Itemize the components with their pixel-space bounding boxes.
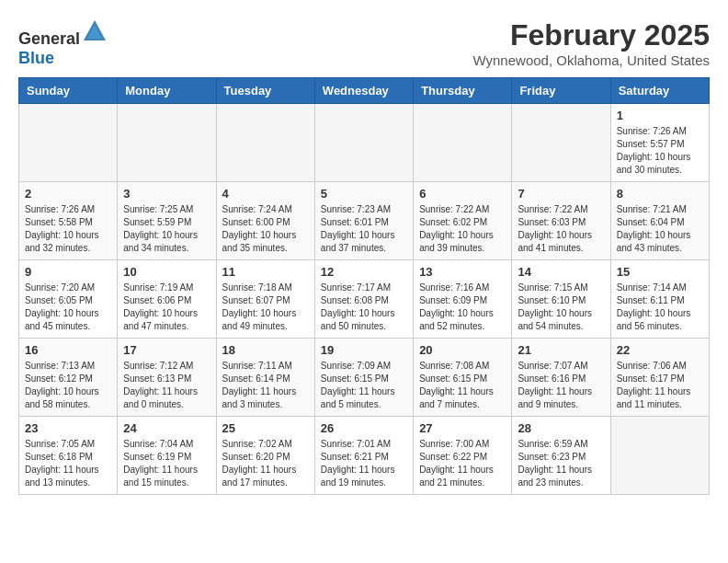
day-number: 8 bbox=[617, 187, 703, 201]
day-number: 5 bbox=[321, 187, 407, 201]
day-info: Sunrise: 7:22 AM Sunset: 6:02 PM Dayligh… bbox=[419, 203, 506, 255]
weekday-header-saturday: Saturday bbox=[610, 78, 709, 104]
day-number: 17 bbox=[123, 343, 210, 357]
day-info: Sunrise: 7:26 AM Sunset: 5:58 PM Dayligh… bbox=[25, 203, 111, 255]
logo-general: General bbox=[18, 29, 80, 48]
weekday-header-row: SundayMondayTuesdayWednesdayThursdayFrid… bbox=[19, 78, 710, 104]
day-info: Sunrise: 7:07 AM Sunset: 6:16 PM Dayligh… bbox=[518, 360, 604, 411]
calendar-week-row: 1Sunrise: 7:26 AM Sunset: 5:57 PM Daylig… bbox=[19, 104, 710, 182]
day-info: Sunrise: 7:24 AM Sunset: 6:00 PM Dayligh… bbox=[222, 203, 309, 255]
day-number: 19 bbox=[321, 343, 407, 357]
calendar-cell: 7Sunrise: 7:22 AM Sunset: 6:03 PM Daylig… bbox=[512, 182, 610, 260]
day-info: Sunrise: 7:11 AM Sunset: 6:14 PM Dayligh… bbox=[222, 360, 309, 411]
calendar-cell: 18Sunrise: 7:11 AM Sunset: 6:14 PM Dayli… bbox=[216, 339, 314, 417]
weekday-header-wednesday: Wednesday bbox=[314, 78, 413, 104]
day-number: 12 bbox=[321, 265, 407, 279]
day-info: Sunrise: 7:05 AM Sunset: 6:18 PM Dayligh… bbox=[25, 438, 111, 489]
calendar-cell: 9Sunrise: 7:20 AM Sunset: 6:05 PM Daylig… bbox=[19, 260, 118, 339]
day-number: 23 bbox=[25, 421, 111, 435]
calendar-cell: 17Sunrise: 7:12 AM Sunset: 6:13 PM Dayli… bbox=[118, 339, 216, 417]
page-header: General Blue February 2025 Wynnewood, Ok… bbox=[18, 18, 710, 68]
calendar-cell: 3Sunrise: 7:25 AM Sunset: 5:59 PM Daylig… bbox=[118, 182, 216, 260]
day-number: 24 bbox=[123, 421, 210, 435]
calendar-week-row: 16Sunrise: 7:13 AM Sunset: 6:12 PM Dayli… bbox=[19, 339, 710, 417]
calendar-cell: 15Sunrise: 7:14 AM Sunset: 6:11 PM Dayli… bbox=[610, 260, 709, 339]
weekday-header-friday: Friday bbox=[512, 78, 610, 104]
calendar-cell bbox=[610, 417, 709, 495]
calendar-cell: 27Sunrise: 7:00 AM Sunset: 6:22 PM Dayli… bbox=[414, 417, 512, 495]
calendar-cell bbox=[314, 104, 413, 182]
day-number: 26 bbox=[321, 421, 407, 435]
month-year-title: February 2025 bbox=[473, 18, 711, 52]
calendar-cell bbox=[19, 104, 118, 182]
day-info: Sunrise: 7:04 AM Sunset: 6:19 PM Dayligh… bbox=[123, 438, 210, 489]
title-block: February 2025 Wynnewood, Oklahoma, Unite… bbox=[473, 18, 711, 68]
calendar-cell: 16Sunrise: 7:13 AM Sunset: 6:12 PM Dayli… bbox=[19, 339, 118, 417]
day-number: 28 bbox=[518, 421, 604, 435]
calendar-cell: 1Sunrise: 7:26 AM Sunset: 5:57 PM Daylig… bbox=[610, 104, 709, 182]
day-info: Sunrise: 7:22 AM Sunset: 6:03 PM Dayligh… bbox=[518, 203, 604, 255]
weekday-header-thursday: Thursday bbox=[414, 78, 512, 104]
calendar-cell: 13Sunrise: 7:16 AM Sunset: 6:09 PM Dayli… bbox=[414, 260, 512, 339]
calendar-cell: 19Sunrise: 7:09 AM Sunset: 6:15 PM Dayli… bbox=[314, 339, 413, 417]
calendar-week-row: 9Sunrise: 7:20 AM Sunset: 6:05 PM Daylig… bbox=[19, 260, 710, 339]
calendar-cell: 14Sunrise: 7:15 AM Sunset: 6:10 PM Dayli… bbox=[512, 260, 610, 339]
calendar-cell: 21Sunrise: 7:07 AM Sunset: 6:16 PM Dayli… bbox=[512, 339, 610, 417]
day-info: Sunrise: 6:59 AM Sunset: 6:23 PM Dayligh… bbox=[518, 438, 604, 489]
day-info: Sunrise: 7:21 AM Sunset: 6:04 PM Dayligh… bbox=[617, 203, 703, 255]
day-number: 11 bbox=[222, 265, 309, 279]
day-info: Sunrise: 7:13 AM Sunset: 6:12 PM Dayligh… bbox=[25, 360, 111, 411]
day-info: Sunrise: 7:18 AM Sunset: 6:07 PM Dayligh… bbox=[222, 282, 309, 333]
logo-text: General Blue bbox=[18, 18, 108, 68]
day-info: Sunrise: 7:15 AM Sunset: 6:10 PM Dayligh… bbox=[518, 282, 604, 333]
day-number: 4 bbox=[222, 187, 309, 201]
day-number: 25 bbox=[222, 421, 309, 435]
weekday-header-tuesday: Tuesday bbox=[216, 78, 314, 104]
day-info: Sunrise: 7:16 AM Sunset: 6:09 PM Dayligh… bbox=[419, 282, 506, 333]
day-number: 6 bbox=[419, 187, 506, 201]
day-number: 2 bbox=[25, 187, 111, 201]
calendar-cell: 10Sunrise: 7:19 AM Sunset: 6:06 PM Dayli… bbox=[118, 260, 216, 339]
day-info: Sunrise: 7:23 AM Sunset: 6:01 PM Dayligh… bbox=[321, 203, 407, 255]
day-number: 7 bbox=[518, 187, 604, 201]
day-info: Sunrise: 7:26 AM Sunset: 5:57 PM Dayligh… bbox=[617, 125, 703, 177]
day-info: Sunrise: 7:08 AM Sunset: 6:15 PM Dayligh… bbox=[419, 360, 506, 411]
weekday-header-monday: Monday bbox=[118, 78, 216, 104]
day-info: Sunrise: 7:00 AM Sunset: 6:22 PM Dayligh… bbox=[419, 438, 506, 489]
calendar-week-row: 23Sunrise: 7:05 AM Sunset: 6:18 PM Dayli… bbox=[19, 417, 710, 495]
day-info: Sunrise: 7:25 AM Sunset: 5:59 PM Dayligh… bbox=[123, 203, 210, 255]
logo-icon bbox=[82, 18, 108, 44]
day-number: 3 bbox=[123, 187, 210, 201]
calendar-cell: 6Sunrise: 7:22 AM Sunset: 6:02 PM Daylig… bbox=[414, 182, 512, 260]
day-number: 22 bbox=[617, 343, 703, 357]
calendar-cell bbox=[118, 104, 216, 182]
calendar-cell: 12Sunrise: 7:17 AM Sunset: 6:08 PM Dayli… bbox=[314, 260, 413, 339]
day-number: 20 bbox=[419, 343, 506, 357]
day-number: 1 bbox=[617, 109, 703, 122]
logo-blue: Blue bbox=[18, 49, 54, 67]
calendar-table: SundayMondayTuesdayWednesdayThursdayFrid… bbox=[18, 77, 710, 495]
day-info: Sunrise: 7:17 AM Sunset: 6:08 PM Dayligh… bbox=[321, 282, 407, 333]
day-number: 14 bbox=[518, 265, 604, 279]
calendar-cell: 11Sunrise: 7:18 AM Sunset: 6:07 PM Dayli… bbox=[216, 260, 314, 339]
day-number: 21 bbox=[518, 343, 604, 357]
day-info: Sunrise: 7:14 AM Sunset: 6:11 PM Dayligh… bbox=[617, 282, 703, 333]
calendar-week-row: 2Sunrise: 7:26 AM Sunset: 5:58 PM Daylig… bbox=[19, 182, 710, 260]
day-number: 15 bbox=[617, 265, 703, 279]
calendar-cell: 4Sunrise: 7:24 AM Sunset: 6:00 PM Daylig… bbox=[216, 182, 314, 260]
location-subtitle: Wynnewood, Oklahoma, United States bbox=[473, 52, 711, 68]
calendar-cell: 20Sunrise: 7:08 AM Sunset: 6:15 PM Dayli… bbox=[414, 339, 512, 417]
calendar-cell: 23Sunrise: 7:05 AM Sunset: 6:18 PM Dayli… bbox=[19, 417, 118, 495]
day-info: Sunrise: 7:12 AM Sunset: 6:13 PM Dayligh… bbox=[123, 360, 210, 411]
day-number: 13 bbox=[419, 265, 506, 279]
calendar-cell: 2Sunrise: 7:26 AM Sunset: 5:58 PM Daylig… bbox=[19, 182, 118, 260]
day-info: Sunrise: 7:20 AM Sunset: 6:05 PM Dayligh… bbox=[25, 282, 111, 333]
calendar-cell: 26Sunrise: 7:01 AM Sunset: 6:21 PM Dayli… bbox=[314, 417, 413, 495]
day-number: 9 bbox=[25, 265, 111, 279]
calendar-cell: 24Sunrise: 7:04 AM Sunset: 6:19 PM Dayli… bbox=[118, 417, 216, 495]
day-info: Sunrise: 7:19 AM Sunset: 6:06 PM Dayligh… bbox=[123, 282, 210, 333]
calendar-cell: 22Sunrise: 7:06 AM Sunset: 6:17 PM Dayli… bbox=[610, 339, 709, 417]
day-info: Sunrise: 7:06 AM Sunset: 6:17 PM Dayligh… bbox=[617, 360, 703, 411]
day-info: Sunrise: 7:02 AM Sunset: 6:20 PM Dayligh… bbox=[222, 438, 309, 489]
calendar-cell bbox=[414, 104, 512, 182]
